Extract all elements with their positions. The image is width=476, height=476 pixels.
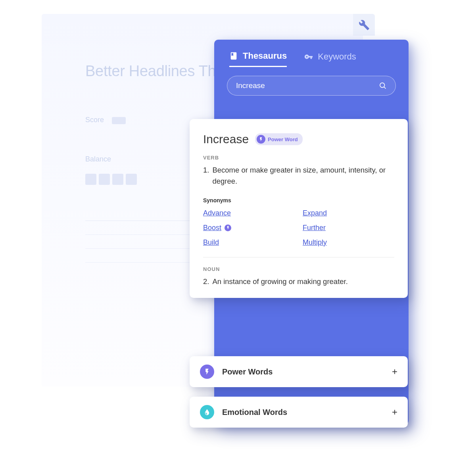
result-word: Increase	[203, 132, 249, 146]
synonyms-heading: Synonyms	[203, 197, 394, 203]
plus-icon: +	[392, 366, 397, 377]
synonym-link[interactable]: Boost	[203, 224, 295, 232]
tab-keywords[interactable]: Keywords	[304, 51, 356, 67]
search-icon	[379, 82, 387, 90]
synonym-link[interactable]: Build	[203, 238, 295, 247]
synonym-link[interactable]: Further	[303, 224, 394, 232]
definition-2: 2. An instance of growing or making grea…	[203, 276, 394, 287]
power-words-row[interactable]: Power Words +	[190, 356, 408, 387]
divider	[203, 257, 394, 257]
book-icon	[229, 52, 238, 60]
synonym-link[interactable]: Expand	[303, 209, 394, 217]
drop-icon	[200, 405, 214, 419]
plus-icon: +	[392, 407, 397, 418]
definition-1: 1. Become or make greater in size, amoun…	[203, 165, 394, 187]
tab-thesaurus[interactable]: Thesaurus	[229, 51, 287, 67]
key-icon	[304, 52, 313, 61]
part-of-speech-verb: VERB	[203, 155, 394, 161]
search-field[interactable]	[227, 76, 396, 96]
bolt-icon	[200, 365, 214, 379]
synonym-link[interactable]: Advance	[203, 209, 295, 217]
search-input[interactable]	[236, 81, 379, 90]
emotional-words-row[interactable]: Emotional Words +	[190, 397, 408, 428]
power-word-badge: Power Word	[255, 133, 303, 145]
tools-icon	[359, 19, 370, 31]
bolt-icon	[257, 135, 265, 144]
part-of-speech-noun: NOUN	[203, 266, 394, 272]
synonym-link[interactable]: Multiply	[303, 238, 394, 247]
svg-point-0	[380, 83, 385, 88]
thesaurus-result-card: Increase Power Word VERB 1. Become or ma…	[190, 119, 408, 298]
svg-line-1	[384, 87, 386, 88]
bolt-icon	[225, 225, 231, 231]
tools-button[interactable]	[353, 14, 375, 36]
